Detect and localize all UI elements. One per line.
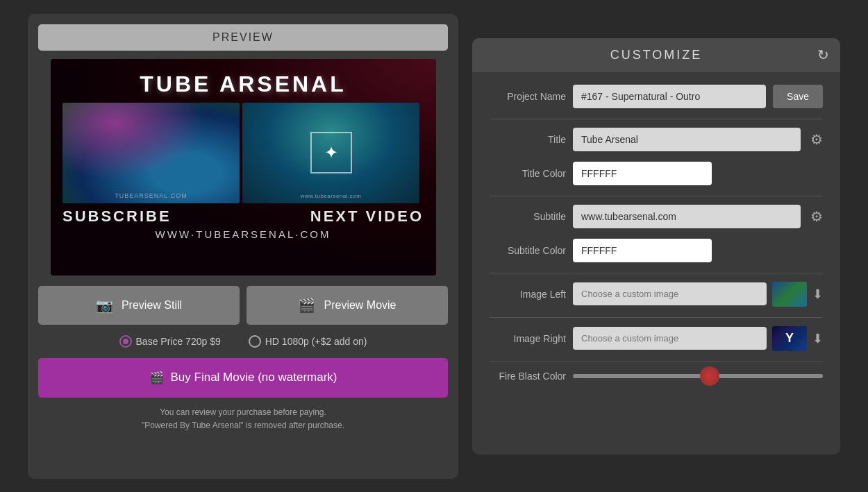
save-button[interactable]: Save: [773, 85, 823, 108]
preview-image-left: TUBEARSENAL.COM: [62, 103, 240, 203]
fire-blast-slider[interactable]: [573, 374, 823, 378]
fire-blast-slider-container: [573, 374, 823, 378]
subtitle-gear-icon[interactable]: ⚙: [810, 208, 823, 225]
price-1080-label: HD 1080p (+$2 add on): [265, 336, 367, 347]
preview-icon-box: ✦: [310, 132, 352, 173]
fire-blast-label: Fire Blast Color: [490, 371, 566, 382]
title-input[interactable]: [573, 128, 801, 151]
title-color-row: Title Color: [490, 162, 823, 185]
title-color-input[interactable]: [573, 162, 712, 185]
divider-1: [490, 119, 823, 119]
price-1080-option[interactable]: HD 1080p (+$2 add on): [249, 335, 367, 348]
title-gear-icon[interactable]: ⚙: [810, 131, 823, 148]
divider-2: [490, 196, 823, 196]
preview-image-container: Tube Arsenal TUBEARSENAL.COM ✦ www.tubea…: [51, 59, 436, 275]
image-left-thumbnail: [772, 282, 807, 307]
fire-blast-row: Fire Blast Color: [490, 371, 823, 382]
radio-1080: [249, 335, 261, 348]
radio-720: [119, 335, 132, 348]
customize-body: Project Name Save Title ⚙ Title Color Su…: [472, 72, 840, 405]
subtitle-color-input[interactable]: [573, 239, 712, 262]
customize-title: CUSTOMIZE: [610, 48, 703, 62]
video-icon: 🎬: [298, 297, 315, 314]
buy-label: Buy Final Movie (no watermark): [171, 371, 337, 384]
preview-left-label: TUBEARSENAL.COM: [115, 192, 187, 199]
preview-images-row: TUBEARSENAL.COM ✦ www.tubearsenal.com: [62, 103, 424, 203]
image-right-input[interactable]: [573, 327, 767, 350]
subtitle-input[interactable]: [573, 205, 801, 228]
image-right-download-icon[interactable]: ⬇: [812, 331, 823, 346]
preview-movie-button[interactable]: 🎬 Preview Movie: [247, 286, 448, 325]
title-color-label: Title Color: [490, 168, 566, 179]
disclaimer: You can review your purchase before payi…: [142, 406, 344, 432]
disclaimer-line2: "Powered By Tube Arsenal" is removed aft…: [142, 419, 344, 432]
image-left-input[interactable]: [573, 282, 767, 305]
divider-3: [490, 273, 823, 273]
price-720-option[interactable]: Base Price 720p $9: [119, 335, 221, 348]
subtitle-row: Subtitle ⚙: [490, 205, 823, 228]
preview-still-label: Preview Still: [122, 299, 182, 312]
preview-website-label: WWW·TUBEARSENAL·COM: [156, 228, 331, 240]
preview-panel: PREVIEW Tube Arsenal TUBEARSENAL.COM ✦ w…: [28, 14, 458, 479]
buy-icon: 🎬: [149, 371, 164, 385]
image-right-controls: ⬇: [573, 326, 823, 351]
project-name-label: Project Name: [490, 91, 566, 102]
project-name-row: Project Name Save: [490, 85, 823, 108]
preview-right-label: www.tubearsenal.com: [301, 193, 362, 199]
title-row: Title ⚙: [490, 128, 823, 151]
price-options: Base Price 720p $9 HD 1080p (+$2 add on): [119, 335, 367, 348]
preview-subscribe-label: Subscribe: [62, 207, 172, 226]
disclaimer-line1: You can review your purchase before payi…: [142, 406, 344, 419]
project-name-input[interactable]: [573, 85, 766, 108]
divider-4: [490, 317, 823, 318]
image-left-label: Image Left: [490, 289, 566, 300]
title-label: Title: [490, 134, 566, 145]
image-right-thumbnail: [772, 326, 807, 351]
preview-still-button[interactable]: 📷 Preview Still: [38, 286, 240, 325]
image-right-row: Image Right ⬇: [490, 326, 823, 351]
divider-5: [490, 362, 823, 362]
preview-header: PREVIEW: [38, 24, 448, 51]
preview-nextvideo-label: Next Video: [310, 207, 424, 226]
image-left-download-icon[interactable]: ⬇: [812, 287, 823, 302]
customize-panel: CUSTOMIZE ↻ Project Name Save Title ⚙ Ti…: [472, 38, 840, 455]
subtitle-color-row: Subtitle Color: [490, 239, 823, 262]
preview-movie-label: Preview Movie: [324, 299, 396, 312]
camera-icon: 📷: [96, 297, 113, 314]
buy-button[interactable]: 🎬 Buy Final Movie (no watermark): [38, 358, 448, 398]
subtitle-color-label: Subtitle Color: [490, 245, 566, 256]
preview-background: Tube Arsenal TUBEARSENAL.COM ✦ www.tubea…: [51, 59, 436, 275]
preview-title: Tube Arsenal: [140, 71, 346, 97]
image-right-label: Image Right: [490, 333, 566, 344]
price-720-label: Base Price 720p $9: [136, 336, 221, 347]
preview-image-right: ✦ www.tubearsenal.com: [242, 103, 419, 203]
preview-labels-row: Subscribe Next Video: [62, 207, 424, 226]
customize-header: CUSTOMIZE ↻: [472, 38, 840, 72]
image-left-row: Image Left ⬇: [490, 282, 823, 307]
preview-buttons-row: 📷 Preview Still 🎬 Preview Movie: [38, 286, 448, 325]
refresh-icon[interactable]: ↻: [817, 46, 829, 63]
subtitle-label: Subtitle: [490, 211, 566, 222]
image-left-controls: ⬇: [573, 282, 823, 307]
